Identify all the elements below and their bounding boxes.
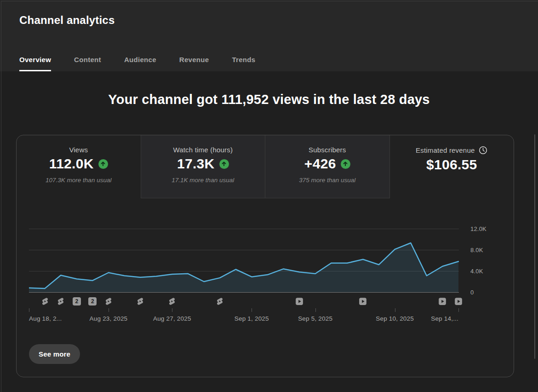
video-publish-icon[interactable] xyxy=(438,297,446,306)
metric-value: +426 xyxy=(304,156,336,172)
x-axis-tick xyxy=(109,308,109,312)
page-title: Channel analytics xyxy=(19,14,114,27)
shorts-publish-icon[interactable] xyxy=(57,297,65,306)
video-publish-icon[interactable] xyxy=(359,297,367,306)
shorts-publish-icon[interactable] xyxy=(136,297,144,306)
tab-content[interactable]: Content xyxy=(74,56,101,71)
metric-card-estimated-revenue[interactable]: Estimated revenue $106.55 xyxy=(389,135,514,198)
tab-bar: Overview Content Audience Revenue Trends xyxy=(19,56,255,71)
metric-card-watch-time[interactable]: Watch time (hours) 17.3K 17.1K more than… xyxy=(141,135,265,198)
metric-label: Estimated revenue xyxy=(416,146,475,154)
metric-comparison: 107.3K more than usual xyxy=(17,177,141,184)
x-axis-tick xyxy=(458,308,459,312)
trend-up-icon xyxy=(98,159,108,169)
summary-headline: Your channel got 111,952 views in the la… xyxy=(0,92,538,107)
shorts-publish-icon[interactable] xyxy=(104,297,113,306)
x-axis-tick-label: Aug 18, 2... xyxy=(29,315,62,322)
clock-icon xyxy=(479,146,487,155)
y-axis-tick-label: 12.0K xyxy=(470,225,486,232)
y-axis-tick-label: 0 xyxy=(470,289,474,296)
metric-value: $106.55 xyxy=(426,157,477,173)
metric-value: 17.3K xyxy=(177,156,215,172)
tab-revenue[interactable]: Revenue xyxy=(179,56,209,71)
x-axis-tick xyxy=(395,308,395,312)
publish-count-badge[interactable]: 2 xyxy=(88,297,97,306)
metric-comparison: 17.1K more than usual xyxy=(141,177,265,184)
x-axis-tick-label: Sep 1, 2025 xyxy=(235,315,269,322)
publish-count-badge[interactable]: 2 xyxy=(73,297,81,306)
metric-cards-row: Views 112.0K 107.3K more than usual Watc… xyxy=(17,135,514,198)
metric-card-subscribers[interactable]: Subscribers +426 375 more than usual xyxy=(265,135,389,198)
x-axis-tick xyxy=(252,308,252,312)
y-axis-tick-label: 4.0K xyxy=(470,268,483,275)
x-axis-tick-label: Aug 27, 2025 xyxy=(153,315,191,322)
see-more-button[interactable]: See more xyxy=(29,344,80,364)
x-axis-tick-label: Sep 10, 2025 xyxy=(376,315,414,322)
tab-overview[interactable]: Overview xyxy=(19,56,51,71)
metric-label: Watch time (hours) xyxy=(141,146,265,154)
shorts-publish-icon[interactable] xyxy=(168,297,176,306)
metric-value: 112.0K xyxy=(49,156,94,172)
metric-label: Subscribers xyxy=(265,146,389,154)
trend-up-icon xyxy=(219,159,229,169)
analytics-main: Your channel got 111,952 views in the la… xyxy=(0,71,538,392)
views-line-chart[interactable] xyxy=(29,215,459,293)
overview-panel: Views 112.0K 107.3K more than usual Watc… xyxy=(16,135,514,377)
scrollbar-thumb[interactable] xyxy=(534,134,535,359)
shorts-publish-icon[interactable] xyxy=(41,297,49,306)
analytics-header: Channel analytics Overview Content Audie… xyxy=(0,0,538,71)
metric-card-views[interactable]: Views 112.0K 107.3K more than usual xyxy=(17,135,141,198)
x-axis-tick xyxy=(315,308,316,312)
video-publish-icon[interactable] xyxy=(454,297,463,306)
y-axis-tick-label: 8.0K xyxy=(470,247,483,254)
x-axis-tick-label: Sep 5, 2025 xyxy=(298,315,332,322)
metric-comparison: 375 more than usual xyxy=(265,177,389,184)
x-axis-tick-label: Sep 14,... xyxy=(431,315,458,322)
x-axis-tick xyxy=(29,308,29,312)
x-axis-tick-label: Aug 23, 2025 xyxy=(90,315,128,322)
trend-up-icon xyxy=(341,159,350,169)
tab-trends[interactable]: Trends xyxy=(232,56,255,71)
metric-label: Views xyxy=(17,146,141,154)
tab-audience[interactable]: Audience xyxy=(124,56,156,71)
x-axis-tick xyxy=(172,308,172,312)
shorts-publish-icon[interactable] xyxy=(216,297,224,306)
video-publish-icon[interactable] xyxy=(295,297,303,306)
